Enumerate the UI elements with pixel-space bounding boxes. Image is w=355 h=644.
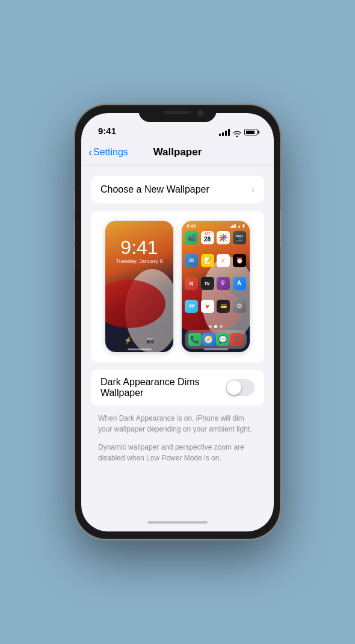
flashlight-icon: ⚡ bbox=[123, 335, 134, 346]
dock: 📞 🧭 💬 🎵 bbox=[185, 330, 247, 349]
lock-date: Tuesday, January 9 bbox=[105, 258, 173, 264]
app-facetime[interactable]: 📹 bbox=[185, 231, 198, 244]
page-dots bbox=[182, 323, 250, 330]
description-1-section: When Dark Appearance is on, iPhone will … bbox=[81, 410, 274, 439]
camera-lock-icon: 📷 bbox=[145, 335, 156, 346]
lock-screen-preview[interactable]: 9:41 Tuesday, January 9 ⚡ 📷 bbox=[105, 220, 174, 353]
app-notes[interactable]: 📝 bbox=[201, 254, 214, 267]
back-button[interactable]: ‹ Settings bbox=[88, 147, 128, 158]
notch bbox=[138, 105, 217, 122]
lock-bottom-icons: ⚡ 📷 bbox=[105, 335, 173, 346]
app-tv[interactable]: tv bbox=[201, 277, 214, 290]
app-mail[interactable]: ✉ bbox=[185, 254, 198, 267]
status-time: 9:41 bbox=[98, 126, 116, 136]
home-status-time: 9:41 bbox=[187, 223, 196, 229]
dot-3 bbox=[220, 325, 223, 328]
settings-content[interactable]: Choose a New Wallpaper › 9:41 Tuesday, J… bbox=[81, 166, 274, 513]
lock-screen-bg: 9:41 Tuesday, January 9 ⚡ 📷 bbox=[105, 221, 173, 352]
choose-wallpaper-button[interactable]: Choose a New Wallpaper › bbox=[91, 176, 264, 203]
signal-icon bbox=[219, 129, 230, 136]
app-calendar[interactable]: SAT28 bbox=[201, 231, 214, 244]
back-label: Settings bbox=[93, 147, 128, 158]
phone-screen: 9:41 bbox=[81, 113, 274, 531]
dark-appearance-section: Dark Appearance Dims Wallpaper bbox=[91, 370, 264, 406]
app-health[interactable]: ♥ bbox=[201, 300, 214, 313]
chevron-right-icon: › bbox=[252, 185, 255, 194]
dot-1 bbox=[209, 325, 212, 328]
nav-bar: ‹ Settings Wallpaper bbox=[81, 140, 274, 166]
page-title: Wallpaper bbox=[153, 146, 202, 158]
dark-appearance-toggle[interactable] bbox=[226, 379, 255, 396]
home-wifi-icon: ▲ bbox=[237, 224, 241, 228]
lock-home-indicator bbox=[128, 348, 152, 350]
description-2-section: Dynamic wallpaper and perspective zoom a… bbox=[81, 439, 274, 468]
app-appstore[interactable]: A bbox=[233, 277, 246, 290]
dock-music[interactable]: 🎵 bbox=[230, 333, 243, 346]
description-1: When Dark Appearance is on, iPhone will … bbox=[98, 413, 257, 435]
dock-safari[interactable]: 🧭 bbox=[202, 333, 215, 346]
app-podcasts[interactable]: 🎙 bbox=[217, 277, 230, 290]
status-icons bbox=[219, 129, 259, 136]
battery-icon bbox=[244, 129, 259, 135]
home-signal-icon bbox=[230, 224, 236, 228]
back-chevron-icon: ‹ bbox=[88, 147, 92, 158]
app-clock[interactable]: ⏰ bbox=[233, 254, 246, 267]
app-settings[interactable]: ⚙ bbox=[233, 300, 246, 313]
speaker bbox=[164, 111, 191, 114]
toggle-knob bbox=[227, 380, 241, 395]
app-reminders[interactable]: ✓ bbox=[217, 254, 230, 267]
app-maps[interactable]: 🗺 bbox=[185, 300, 198, 313]
camera bbox=[197, 110, 203, 116]
description-2: Dynamic wallpaper and perspective zoom a… bbox=[98, 442, 257, 463]
phone-frame: 9:41 bbox=[75, 105, 280, 539]
home-screen-bg: 9:41 ▲ ▮ 📹 SAT28 bbox=[182, 221, 250, 352]
home-battery-icon: ▮ bbox=[242, 223, 245, 228]
home-indicator bbox=[81, 513, 274, 531]
home-status-bar: 9:41 ▲ ▮ bbox=[182, 221, 250, 229]
dock-messages[interactable]: 💬 bbox=[216, 333, 229, 346]
dot-2 bbox=[214, 325, 217, 328]
home-bottom-indicator bbox=[204, 348, 228, 350]
app-camera[interactable]: 📷 bbox=[233, 231, 246, 244]
wifi-icon bbox=[233, 129, 241, 135]
dark-appearance-label: Dark Appearance Dims Wallpaper bbox=[100, 377, 226, 398]
home-screen-preview[interactable]: 9:41 ▲ ▮ 📹 SAT28 bbox=[181, 220, 250, 353]
app-news[interactable]: N bbox=[185, 277, 198, 290]
home-status-icons: ▲ ▮ bbox=[230, 223, 245, 228]
lock-time: 9:41 bbox=[105, 238, 173, 257]
dock-phone[interactable]: 📞 bbox=[188, 333, 202, 346]
choose-wallpaper-label: Choose a New Wallpaper bbox=[100, 184, 209, 195]
wallpaper-preview-section: 9:41 Tuesday, January 9 ⚡ 📷 bbox=[91, 211, 264, 362]
app-photos[interactable] bbox=[217, 231, 230, 244]
home-bar bbox=[147, 521, 208, 524]
choose-wallpaper-section: Choose a New Wallpaper › bbox=[91, 176, 264, 203]
app-wallet[interactable]: 💳 bbox=[217, 300, 230, 313]
lock-time-display: 9:41 Tuesday, January 9 bbox=[105, 238, 173, 264]
app-grid: 📹 SAT28 📷 bbox=[182, 229, 250, 323]
